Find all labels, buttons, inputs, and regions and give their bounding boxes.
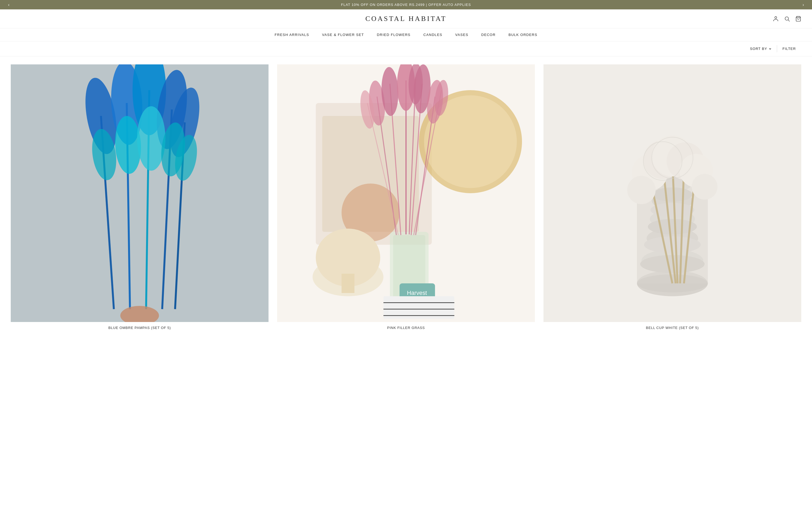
product-image-wrapper: Harvest Moonlight bbox=[277, 64, 535, 322]
announcement-prev-button[interactable]: ‹ bbox=[5, 1, 12, 8]
products-toolbar: SORT BY FILTER bbox=[0, 41, 812, 56]
product-card[interactable]: Harvest Moonlight PINK FILLER GRASS bbox=[277, 64, 535, 330]
main-nav: FRESH ARRIVALS VASE & FLOWER SET DRIED F… bbox=[0, 28, 812, 41]
svg-point-83 bbox=[692, 174, 717, 200]
product-image-wrapper bbox=[543, 64, 801, 322]
announcement-text: FLAT 10% OFF ON ORDERS ABOVE RS.2499 | O… bbox=[341, 3, 471, 7]
svg-point-69 bbox=[653, 187, 693, 201]
products-grid: BLUE OMBRE PAMPAS (SET OF 5) bbox=[11, 64, 801, 330]
person-icon bbox=[773, 16, 779, 22]
svg-point-18 bbox=[137, 106, 165, 171]
nav-item-vase-flower-set[interactable]: VASE & FLOWER SET bbox=[322, 33, 364, 37]
search-button[interactable] bbox=[784, 16, 790, 22]
nav-item-dried-flowers[interactable]: DRIED FLOWERS bbox=[377, 33, 410, 37]
svg-point-1 bbox=[785, 17, 789, 20]
svg-point-82 bbox=[627, 176, 656, 204]
header-icons bbox=[773, 16, 801, 22]
nav-item-candles[interactable]: CANDLES bbox=[423, 33, 443, 37]
product-name: BELL CUP WHITE (SET OF 5) bbox=[543, 326, 801, 330]
filter-button[interactable]: FILTER bbox=[777, 45, 801, 52]
product-image-wrapper bbox=[11, 64, 269, 322]
nav-item-bulk-orders[interactable]: BULK ORDERS bbox=[509, 33, 538, 37]
product-image-pink-grass: Harvest Moonlight bbox=[277, 64, 535, 322]
product-image-blue-pampas bbox=[11, 64, 269, 322]
sort-by-button[interactable]: SORT BY bbox=[744, 45, 777, 52]
search-icon bbox=[784, 16, 790, 22]
nav-item-fresh-arrivals[interactable]: FRESH ARRIVALS bbox=[275, 33, 309, 37]
svg-text:Harvest: Harvest bbox=[407, 289, 427, 296]
product-image-bell-cup bbox=[543, 64, 801, 322]
nav-item-decor[interactable]: DECOR bbox=[481, 33, 495, 37]
filter-label: FILTER bbox=[782, 47, 796, 51]
site-header: COASTAL HABITAT bbox=[0, 10, 812, 28]
announcement-bar: ‹ FLAT 10% OFF ON ORDERS ABOVE RS.2499 |… bbox=[0, 0, 812, 10]
product-name: BLUE OMBRE PAMPAS (SET OF 5) bbox=[11, 326, 269, 330]
sort-by-label: SORT BY bbox=[750, 47, 767, 51]
products-section: BLUE OMBRE PAMPAS (SET OF 5) bbox=[0, 56, 812, 341]
bag-icon bbox=[795, 16, 801, 22]
product-name: PINK FILLER GRASS bbox=[277, 326, 535, 330]
product-card[interactable]: BLUE OMBRE PAMPAS (SET OF 5) bbox=[11, 64, 269, 330]
cart-button[interactable] bbox=[795, 16, 801, 22]
svg-point-0 bbox=[775, 17, 777, 18]
product-card[interactable]: BELL CUP WHITE (SET OF 5) bbox=[543, 64, 801, 330]
svg-line-2 bbox=[788, 20, 789, 21]
nav-item-vases[interactable]: VASES bbox=[455, 33, 468, 37]
svg-rect-30 bbox=[342, 274, 354, 293]
announcement-next-button[interactable]: › bbox=[800, 1, 807, 8]
account-button[interactable] bbox=[773, 16, 779, 22]
chevron-down-icon bbox=[769, 47, 771, 50]
site-logo[interactable]: COASTAL HABITAT bbox=[365, 15, 447, 23]
